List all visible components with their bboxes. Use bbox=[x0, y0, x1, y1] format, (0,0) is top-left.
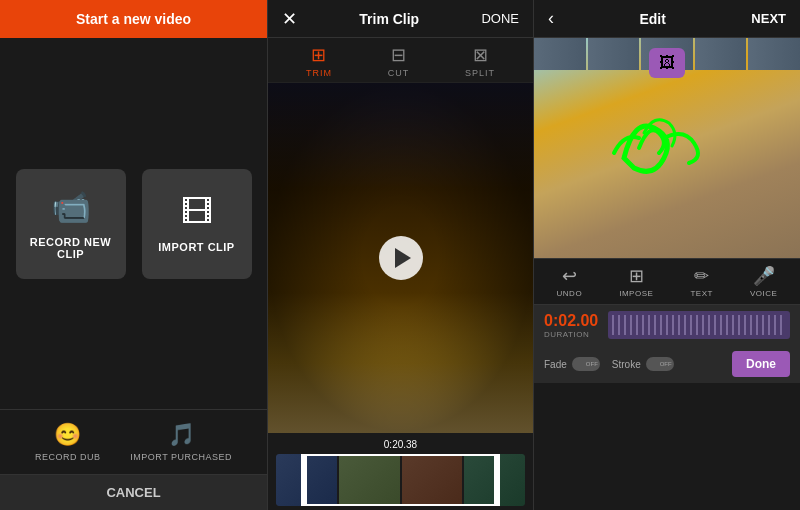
panel3-header: ‹ Edit NEXT bbox=[534, 0, 800, 38]
panel2-done-button[interactable]: DONE bbox=[481, 11, 519, 26]
dub-icon: 😊 bbox=[54, 422, 81, 448]
stroke-toggle[interactable] bbox=[646, 357, 674, 371]
panel2-title: Trim Clip bbox=[359, 11, 419, 27]
close-button[interactable]: ✕ bbox=[282, 8, 297, 30]
music-icon: 🎵 bbox=[168, 422, 195, 448]
done-button[interactable]: Done bbox=[732, 351, 790, 377]
import-btn-label: IMPORT CLIP bbox=[158, 241, 234, 253]
cut-icon: ⊟ bbox=[391, 44, 406, 66]
timeline-timestamp: 0:20.38 bbox=[276, 439, 525, 450]
fade-label: Fade bbox=[544, 359, 567, 370]
trim-handle-right[interactable] bbox=[494, 454, 500, 506]
tab-split[interactable]: ⊠ SPLIT bbox=[465, 44, 495, 78]
text-tool[interactable]: ✏ TEXT bbox=[690, 265, 712, 298]
record-dub-label: RECORD DUB bbox=[35, 452, 101, 462]
tab-trim[interactable]: ⊞ TRIM bbox=[306, 44, 332, 78]
fade-toggle-group: Fade bbox=[544, 357, 600, 371]
duration-bar: 0:02.00 DURATION bbox=[534, 305, 800, 345]
timeline-track[interactable] bbox=[276, 454, 525, 506]
play-button[interactable] bbox=[379, 236, 423, 280]
thumb-3 bbox=[402, 454, 463, 506]
next-button[interactable]: NEXT bbox=[751, 11, 786, 26]
impose-icon: ⊞ bbox=[629, 265, 644, 287]
voice-tool[interactable]: 🎤 VOICE bbox=[750, 265, 777, 298]
trim-handle-left[interactable] bbox=[301, 454, 307, 506]
panel1-header: Start a new video bbox=[0, 0, 267, 38]
stroke-toggle-group: Stroke bbox=[612, 357, 674, 371]
panel2-header: ✕ Trim Clip DONE bbox=[268, 0, 533, 38]
duration-label: DURATION bbox=[544, 330, 598, 339]
panel1-title: Start a new video bbox=[76, 11, 191, 27]
import-clip-button[interactable]: 🎞 IMPORT CLIP bbox=[142, 169, 252, 279]
trim-tabs: ⊞ TRIM ⊟ CUT ⊠ SPLIT bbox=[268, 38, 533, 83]
impose-tool[interactable]: ⊞ IMPOSE bbox=[619, 265, 653, 298]
record-btn-label: RECORD NEW CLIP bbox=[16, 236, 126, 260]
waveform-display bbox=[608, 311, 790, 339]
fade-toggle[interactable] bbox=[572, 357, 600, 371]
text-icon: ✏ bbox=[694, 265, 709, 287]
edit-toolbar: ↩ UNDO ⊞ IMPOSE ✏ TEXT 🎤 VOICE bbox=[534, 258, 800, 305]
back-button[interactable]: ‹ bbox=[548, 8, 554, 29]
panel-edit: ‹ Edit NEXT ↩ UNDO ⊞ bbox=[534, 0, 800, 510]
duration-time-block: 0:02.00 DURATION bbox=[544, 312, 598, 339]
sticker-overlay[interactable] bbox=[649, 48, 685, 78]
thumb-2 bbox=[339, 454, 400, 506]
video-camera-icon: 📹 bbox=[51, 188, 91, 226]
record-dub-button[interactable]: 😊 RECORD DUB bbox=[35, 422, 101, 462]
film-roll-icon: 🎞 bbox=[181, 194, 213, 231]
panel3-title: Edit bbox=[639, 11, 665, 27]
panel1-bottom: 😊 RECORD DUB 🎵 IMPORT PURCHASED bbox=[0, 409, 267, 474]
voice-icon: 🎤 bbox=[753, 265, 775, 287]
import-purchased-label: IMPORT PURCHASED bbox=[130, 452, 232, 462]
undo-tool[interactable]: ↩ UNDO bbox=[557, 265, 583, 298]
trim-icon: ⊞ bbox=[311, 44, 326, 66]
tab-cut[interactable]: ⊟ CUT bbox=[388, 44, 410, 78]
split-icon: ⊠ bbox=[473, 44, 488, 66]
undo-icon: ↩ bbox=[562, 265, 577, 287]
edit-video-area bbox=[534, 38, 800, 258]
record-new-clip-button[interactable]: 📹 RECORD NEW CLIP bbox=[16, 169, 126, 279]
action-buttons-row: 📹 RECORD NEW CLIP 🎞 IMPORT CLIP bbox=[16, 169, 252, 279]
duration-time: 0:02.00 bbox=[544, 312, 598, 329]
timeline-area: 0:20.38 bbox=[268, 433, 533, 510]
panel1-main: 📹 RECORD NEW CLIP 🎞 IMPORT CLIP bbox=[0, 38, 267, 409]
import-purchased-button[interactable]: 🎵 IMPORT PURCHASED bbox=[130, 422, 232, 462]
panel-new-video: Start a new video 📹 RECORD NEW CLIP 🎞 IM… bbox=[0, 0, 267, 510]
cancel-button[interactable]: CANCEL bbox=[0, 474, 267, 510]
video-preview[interactable] bbox=[268, 83, 533, 433]
bottom-controls: Fade Stroke Done bbox=[534, 345, 800, 383]
panel-trim-clip: ✕ Trim Clip DONE ⊞ TRIM ⊟ CUT ⊠ SPLIT 0:… bbox=[267, 0, 534, 510]
stroke-label: Stroke bbox=[612, 359, 641, 370]
